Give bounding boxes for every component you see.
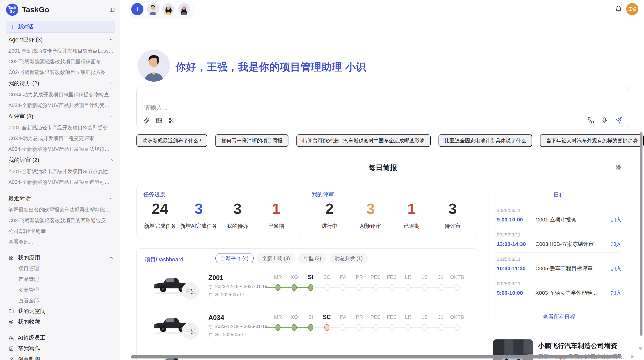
app-sub-item[interactable]: 变更管理: [8, 284, 114, 295]
sidebar-section-title[interactable]: 最近对话: [8, 193, 114, 204]
milestone-dot[interactable]: [341, 284, 346, 291]
scissors-icon[interactable]: [168, 117, 175, 124]
milestone-dot[interactable]: [438, 324, 443, 331]
sidebar-item-people[interactable]: AI超级员工: [8, 333, 114, 343]
suggestion-chip[interactable]: 如何写一份清晰的项目周报: [215, 134, 288, 147]
sidebar-item[interactable]: Z001-全新燃油皮卡产品开发项目SI节点Lesson Learn报告: [8, 46, 114, 56]
app-sub-item[interactable]: 项目管理: [8, 263, 114, 274]
milestone-dot[interactable]: [422, 284, 427, 291]
sidebar-item-label: 创意制图: [18, 355, 40, 360]
horizontal-scrollbar[interactable]: [131, 355, 621, 358]
milestone-dot[interactable]: [422, 324, 427, 331]
event-main: 13:00-14:30C003|H0B-方案冻结评审加入: [497, 241, 621, 248]
sidebar-section-title[interactable]: Agent已办 (3): [8, 34, 114, 46]
event-title: C001-立项审批会: [535, 216, 608, 223]
suggestion-chip[interactable]: 当下年轻人对汽车外观有怎样的喜好趋势: [540, 134, 644, 147]
add-member-button[interactable]: [131, 3, 143, 15]
milestone-dot[interactable]: [373, 324, 378, 331]
milestone-dot[interactable]: [389, 324, 394, 331]
sidebar-item[interactable]: C0X4-动力总成开发项目工程变更评审: [8, 133, 114, 144]
join-meeting-link[interactable]: 加入: [611, 265, 621, 272]
dashboard-tab[interactable]: 全新上装 (3): [257, 253, 295, 263]
send-icon[interactable]: [615, 117, 622, 124]
sidebar-item-folder[interactable]: 我的云空间: [8, 306, 114, 317]
join-meeting-link[interactable]: 加入: [611, 241, 621, 248]
recent-conversation-item[interactable]: C02-飞腾新能源轻客改款项目的闭环通告反馈情况: [8, 215, 114, 226]
message-input[interactable]: 请输入...: [136, 87, 629, 128]
sidebar-section-label: 我的评审 (2): [8, 156, 39, 164]
layout-grid-icon[interactable]: [616, 164, 622, 170]
join-meeting-link[interactable]: 加入: [611, 216, 621, 223]
sidebar-item-write[interactable]: 帮我写作: [8, 343, 114, 354]
sidebar-section-title[interactable]: 我的待办 (2): [8, 78, 114, 89]
milestone-dot[interactable]: [406, 324, 411, 331]
plus-icon: [134, 6, 141, 12]
app-sub-item[interactable]: 查看全部...: [8, 295, 114, 306]
teammate-avatar-2[interactable]: [162, 3, 174, 15]
milestone-dot[interactable]: [308, 324, 313, 331]
recent-conversation-item[interactable]: 查看全部...: [8, 236, 114, 247]
milestone-dot[interactable]: [292, 284, 297, 291]
milestone-pec: PEC: [368, 313, 384, 331]
milestone-fec: FEC: [384, 313, 400, 331]
milestone-dot[interactable]: [357, 324, 362, 331]
milestone-fec: FEC: [384, 273, 400, 291]
milestone-dot[interactable]: [324, 284, 329, 291]
sidebar-section-title[interactable]: 我的评审 (2): [8, 154, 114, 166]
milestone-dot[interactable]: [275, 284, 281, 291]
scroll-right-arrow[interactable]: [631, 354, 634, 359]
user-avatar[interactable]: 王强: [626, 3, 638, 15]
milestone-dot[interactable]: [389, 284, 394, 291]
milestone-dot[interactable]: [357, 284, 362, 291]
sidebar-item-my-apps[interactable]: 我的应用: [8, 252, 114, 263]
sidebar-item[interactable]: C02-飞腾新能源轻客改款项目立项汇报方案: [8, 67, 114, 78]
milestone-label: FEC: [384, 313, 400, 321]
attachment-icon[interactable]: [143, 117, 150, 124]
milestone-dot[interactable]: [438, 284, 443, 291]
sidebar-item-star-badge[interactable]: 我的收藏: [8, 317, 114, 327]
recent-conversation-item[interactable]: 解释最新出台的欧盟报废车法规再生塑料比例被调至15%...: [8, 204, 114, 215]
dashboard-tab[interactable]: 动总开发 (1): [330, 253, 368, 263]
teammate-avatar-1[interactable]: [147, 3, 159, 15]
mic-icon[interactable]: [601, 117, 608, 124]
milestone-pr: PR: [351, 313, 368, 331]
sidebar-item[interactable]: C02-飞腾新能源轻客改款项目里程碑画布: [8, 56, 114, 67]
milestone-dot[interactable]: [292, 324, 297, 331]
view-all-schedule-link[interactable]: 查看所有日程: [489, 313, 629, 320]
sidebar-item[interactable]: Z001-全新燃油轻卡产品开发项目SI节点属性5D文件评审: [8, 166, 114, 177]
sidebar-item-pen[interactable]: 创意制图: [8, 354, 114, 360]
milestone-dot[interactable]: [341, 324, 346, 331]
collapse-sidebar-icon[interactable]: [109, 7, 115, 12]
sidebar-item[interactable]: Z001-全新燃油轻卡产品开发项目SI造型提交物评审: [8, 122, 114, 133]
input-placeholder: 请输入...: [144, 103, 167, 112]
sidebar-section-title[interactable]: AI评审 (3): [8, 111, 114, 122]
vertical-scrollbar[interactable]: [640, 132, 642, 336]
suggestion-chip[interactable]: 比亚迪全固态电池计划具体说了什么: [438, 134, 532, 147]
sidebar-item[interactable]: A034-全新新能源MUV产品开发项目计划变更表编写: [8, 100, 114, 111]
milestone-dot[interactable]: [324, 324, 329, 331]
sidebar-item[interactable]: C0X4-动力总成开发项目SI里程碑提交物检查: [8, 89, 114, 100]
teammate-avatar-3[interactable]: [178, 3, 190, 15]
image-icon[interactable]: [156, 117, 162, 124]
dashboard-tab[interactable]: 全新平台 (4): [215, 253, 254, 263]
sidebar-item[interactable]: A034-全新新能源MUV产品开发项目法规符合性评审: [8, 144, 114, 154]
app-sub-item[interactable]: 产品管理: [8, 274, 114, 284]
milestone-dot[interactable]: [406, 284, 411, 291]
suggestion-chip[interactable]: 特朗普可能对进口汽车增税会对中国车企造成哪些影响: [296, 134, 431, 147]
notification-bell-icon[interactable]: [615, 5, 622, 12]
suggestion-chip[interactable]: 欧洲新规最近颁布了什么?: [136, 134, 207, 147]
recent-conversation-item[interactable]: 公司Q3轻卡销量: [8, 226, 114, 236]
milestone-dot[interactable]: [455, 284, 460, 291]
milestone-dot[interactable]: [275, 324, 281, 331]
sidebar-item[interactable]: A034-全新新能源MUV产品开发项目造型可行性评审: [8, 177, 114, 187]
new-chat-button[interactable]: 新对话: [6, 21, 114, 33]
milestone-dot[interactable]: [373, 284, 378, 291]
dashboard-tab[interactable]: 年型 (2): [298, 253, 326, 263]
milestone-dot[interactable]: [308, 284, 313, 291]
scroll-down-arrow[interactable]: [638, 347, 643, 350]
milestone-dot[interactable]: [455, 324, 460, 331]
join-meeting-link[interactable]: 加入: [611, 289, 621, 296]
sidebar-section-label: Agent已办 (3): [8, 36, 43, 43]
phone-icon[interactable]: [588, 117, 594, 124]
dashboard-tabs: 全新平台 (4)全新上装 (3)年型 (2)动总开发 (1): [215, 253, 368, 263]
